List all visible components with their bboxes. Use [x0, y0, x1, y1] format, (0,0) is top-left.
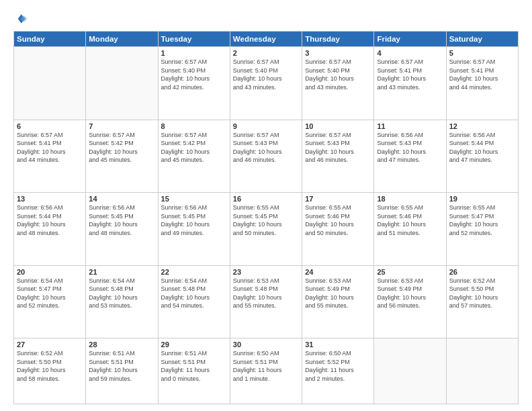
- day-info: Sunrise: 6:52 AM Sunset: 5:50 PM Dayligh…: [17, 350, 66, 382]
- page: SundayMondayTuesdayWednesdayThursdayFrid…: [0, 0, 532, 411]
- day-number: 12: [449, 122, 515, 130]
- calendar-cell: 27Sunrise: 6:52 AM Sunset: 5:50 PM Dayli…: [14, 338, 86, 404]
- calendar-cell: 11Sunrise: 6:56 AM Sunset: 5:43 PM Dayli…: [374, 120, 446, 193]
- day-info: Sunrise: 6:57 AM Sunset: 5:41 PM Dayligh…: [17, 132, 66, 164]
- calendar-cell: 9Sunrise: 6:57 AM Sunset: 5:43 PM Daylig…: [230, 120, 302, 193]
- day-number: 11: [377, 122, 443, 130]
- calendar-cell: 18Sunrise: 6:55 AM Sunset: 5:46 PM Dayli…: [374, 193, 446, 266]
- day-number: 6: [17, 122, 83, 130]
- day-info: Sunrise: 6:55 AM Sunset: 5:45 PM Dayligh…: [233, 204, 282, 236]
- calendar-cell: 29Sunrise: 6:51 AM Sunset: 5:51 PM Dayli…: [158, 338, 230, 404]
- calendar-cell: 25Sunrise: 6:53 AM Sunset: 5:49 PM Dayli…: [374, 265, 446, 338]
- calendar-cell: 24Sunrise: 6:53 AM Sunset: 5:49 PM Dayli…: [302, 265, 374, 338]
- day-info: Sunrise: 6:54 AM Sunset: 5:48 PM Dayligh…: [161, 277, 210, 310]
- day-number: 16: [233, 195, 299, 203]
- calendar-week-row: 13Sunrise: 6:56 AM Sunset: 5:44 PM Dayli…: [14, 193, 519, 266]
- calendar-cell: 13Sunrise: 6:56 AM Sunset: 5:44 PM Dayli…: [14, 193, 86, 266]
- day-info: Sunrise: 6:55 AM Sunset: 5:47 PM Dayligh…: [449, 204, 498, 236]
- day-number: 19: [449, 195, 515, 203]
- day-number: 14: [89, 195, 154, 203]
- calendar-cell: 8Sunrise: 6:57 AM Sunset: 5:42 PM Daylig…: [158, 120, 230, 193]
- day-number: 21: [89, 268, 154, 276]
- calendar-cell: 19Sunrise: 6:55 AM Sunset: 5:47 PM Dayli…: [446, 193, 518, 266]
- day-info: Sunrise: 6:55 AM Sunset: 5:46 PM Dayligh…: [305, 204, 354, 236]
- day-info: Sunrise: 6:56 AM Sunset: 5:45 PM Dayligh…: [161, 204, 210, 236]
- day-number: 17: [305, 195, 371, 203]
- day-info: Sunrise: 6:52 AM Sunset: 5:50 PM Dayligh…: [449, 277, 498, 310]
- calendar-cell: 20Sunrise: 6:54 AM Sunset: 5:47 PM Dayli…: [14, 265, 86, 338]
- day-number: 7: [89, 122, 154, 130]
- calendar-week-row: 20Sunrise: 6:54 AM Sunset: 5:47 PM Dayli…: [14, 265, 519, 338]
- logo-icon: [13, 12, 27, 26]
- calendar-cell: 14Sunrise: 6:56 AM Sunset: 5:45 PM Dayli…: [86, 193, 158, 266]
- calendar-cell: 15Sunrise: 6:56 AM Sunset: 5:45 PM Dayli…: [158, 193, 230, 266]
- day-info: Sunrise: 6:57 AM Sunset: 5:41 PM Dayligh…: [449, 58, 498, 91]
- day-info: Sunrise: 6:55 AM Sunset: 5:46 PM Dayligh…: [377, 204, 426, 236]
- day-info: Sunrise: 6:57 AM Sunset: 5:40 PM Dayligh…: [233, 58, 282, 91]
- calendar-cell: 7Sunrise: 6:57 AM Sunset: 5:42 PM Daylig…: [86, 120, 158, 193]
- calendar-week-row: 1Sunrise: 6:57 AM Sunset: 5:40 PM Daylig…: [14, 47, 519, 120]
- day-number: 24: [305, 268, 371, 276]
- day-info: Sunrise: 6:56 AM Sunset: 5:45 PM Dayligh…: [89, 204, 138, 236]
- calendar-cell: 1Sunrise: 6:57 AM Sunset: 5:40 PM Daylig…: [158, 47, 230, 120]
- day-number: 10: [305, 122, 371, 130]
- day-number: 27: [17, 340, 83, 349]
- day-number: 26: [449, 268, 515, 276]
- day-info: Sunrise: 6:54 AM Sunset: 5:48 PM Dayligh…: [89, 277, 138, 310]
- day-info: Sunrise: 6:53 AM Sunset: 5:48 PM Dayligh…: [233, 277, 282, 310]
- day-number: 25: [377, 268, 443, 276]
- calendar-cell: 6Sunrise: 6:57 AM Sunset: 5:41 PM Daylig…: [14, 120, 86, 193]
- day-info: Sunrise: 6:54 AM Sunset: 5:47 PM Dayligh…: [17, 277, 66, 310]
- day-number: 2: [233, 49, 299, 57]
- weekday-header: Friday: [374, 32, 446, 47]
- day-number: 30: [233, 340, 299, 349]
- weekday-header: Tuesday: [158, 32, 230, 47]
- day-number: 20: [17, 268, 83, 276]
- header: [13, 12, 519, 26]
- calendar-week-row: 6Sunrise: 6:57 AM Sunset: 5:41 PM Daylig…: [14, 120, 519, 193]
- day-number: 15: [161, 195, 227, 203]
- day-number: 9: [233, 122, 299, 130]
- day-number: 5: [449, 49, 515, 57]
- calendar-cell: 22Sunrise: 6:54 AM Sunset: 5:48 PM Dayli…: [158, 265, 230, 338]
- logo: [13, 12, 30, 26]
- day-info: Sunrise: 6:57 AM Sunset: 5:43 PM Dayligh…: [233, 132, 282, 164]
- day-number: 31: [305, 340, 371, 349]
- day-number: 1: [161, 49, 227, 57]
- calendar-header-row: SundayMondayTuesdayWednesdayThursdayFrid…: [14, 32, 519, 47]
- day-info: Sunrise: 6:57 AM Sunset: 5:42 PM Dayligh…: [89, 132, 138, 164]
- day-info: Sunrise: 6:57 AM Sunset: 5:40 PM Dayligh…: [161, 58, 210, 91]
- calendar-cell: 31Sunrise: 6:50 AM Sunset: 5:52 PM Dayli…: [302, 338, 374, 404]
- weekday-header: Monday: [86, 32, 158, 47]
- day-number: 4: [377, 49, 443, 57]
- day-info: Sunrise: 6:56 AM Sunset: 5:44 PM Dayligh…: [17, 204, 66, 236]
- calendar-cell: 4Sunrise: 6:57 AM Sunset: 5:41 PM Daylig…: [374, 47, 446, 120]
- day-info: Sunrise: 6:56 AM Sunset: 5:44 PM Dayligh…: [449, 132, 498, 164]
- weekday-header: Saturday: [446, 32, 518, 47]
- calendar-week-row: 27Sunrise: 6:52 AM Sunset: 5:50 PM Dayli…: [14, 338, 519, 404]
- day-info: Sunrise: 6:53 AM Sunset: 5:49 PM Dayligh…: [377, 277, 426, 310]
- calendar-cell: 16Sunrise: 6:55 AM Sunset: 5:45 PM Dayli…: [230, 193, 302, 266]
- calendar-cell: 12Sunrise: 6:56 AM Sunset: 5:44 PM Dayli…: [446, 120, 518, 193]
- weekday-header: Thursday: [302, 32, 374, 47]
- day-number: 13: [17, 195, 83, 203]
- weekday-header: Wednesday: [230, 32, 302, 47]
- day-number: 28: [89, 340, 154, 349]
- day-info: Sunrise: 6:50 AM Sunset: 5:51 PM Dayligh…: [233, 350, 282, 382]
- calendar-cell: [14, 47, 86, 120]
- calendar-cell: 30Sunrise: 6:50 AM Sunset: 5:51 PM Dayli…: [230, 338, 302, 404]
- calendar-cell: 28Sunrise: 6:51 AM Sunset: 5:51 PM Dayli…: [86, 338, 158, 404]
- calendar-cell: [374, 338, 446, 404]
- day-number: 23: [233, 268, 299, 276]
- calendar-cell: [86, 47, 158, 120]
- day-info: Sunrise: 6:57 AM Sunset: 5:42 PM Dayligh…: [161, 132, 210, 164]
- calendar-cell: 17Sunrise: 6:55 AM Sunset: 5:46 PM Dayli…: [302, 193, 374, 266]
- calendar-cell: 2Sunrise: 6:57 AM Sunset: 5:40 PM Daylig…: [230, 47, 302, 120]
- calendar-cell: 10Sunrise: 6:57 AM Sunset: 5:43 PM Dayli…: [302, 120, 374, 193]
- day-number: 18: [377, 195, 443, 203]
- day-number: 29: [161, 340, 227, 349]
- day-info: Sunrise: 6:51 AM Sunset: 5:51 PM Dayligh…: [161, 350, 210, 382]
- calendar-cell: 5Sunrise: 6:57 AM Sunset: 5:41 PM Daylig…: [446, 47, 518, 120]
- calendar-cell: 26Sunrise: 6:52 AM Sunset: 5:50 PM Dayli…: [446, 265, 518, 338]
- calendar-table: SundayMondayTuesdayWednesdayThursdayFrid…: [13, 31, 519, 404]
